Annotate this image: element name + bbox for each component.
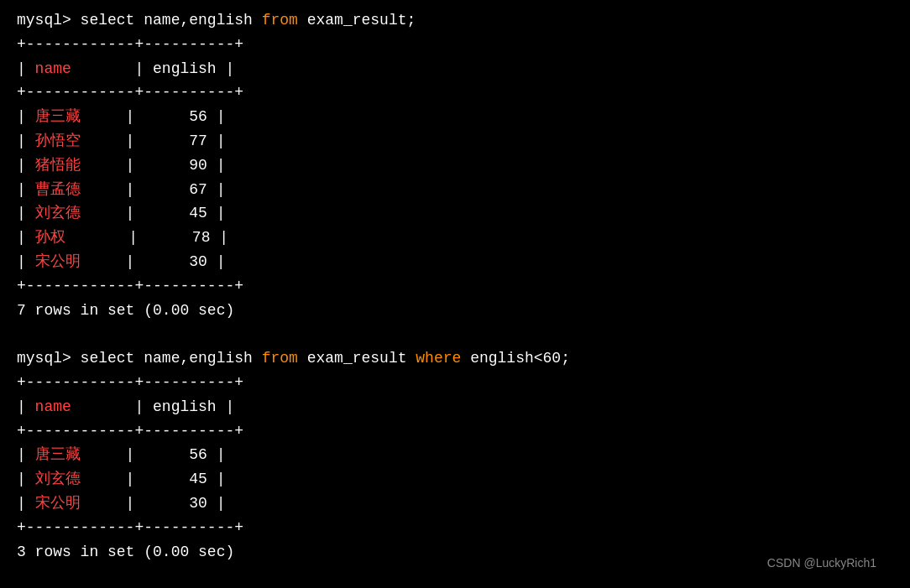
border-mid-2: +------------+----------+ [17, 423, 243, 440]
query1-end: exam_result; [298, 12, 416, 29]
header-2: | [17, 398, 35, 415]
border-top-1: +------------+----------+ [17, 36, 243, 53]
row-1-3-end: | 90 | [81, 157, 226, 174]
row-1-2-end: | 77 | [81, 133, 226, 149]
row-1-4: | [17, 181, 35, 198]
border-bot-2: +------------+----------+ [17, 519, 243, 536]
prompt1: mysql> select name,english [17, 12, 262, 29]
chinese-1-6: 孙权 [35, 229, 65, 246]
row-2-1-end: | 56 | [81, 446, 226, 463]
chinese-1-1: 唐三藏 [35, 108, 81, 125]
col-name-1: name [35, 60, 71, 77]
from-keyword-1: from [262, 12, 298, 29]
row-1-1-end: | 56 | [81, 108, 226, 125]
col-name-2: name [35, 398, 71, 415]
where-keyword-2: where [416, 350, 461, 367]
chinese-2-3: 宋公明 [35, 495, 81, 512]
header-mid-1: | english | [71, 60, 234, 77]
header-1: | [17, 60, 35, 77]
border-bot-1: +------------+----------+ [17, 278, 243, 294]
row-2-1: | [17, 446, 35, 463]
row-2-2-end: | 45 | [81, 471, 226, 487]
query2-end: english<60; [461, 350, 570, 367]
row-1-6: | [17, 229, 35, 246]
row-2-3: | [17, 495, 35, 512]
chinese-1-2: 孙悟空 [35, 133, 81, 149]
border-mid-1: +------------+----------+ [17, 84, 243, 101]
watermark: CSDN @LuckyRich1 [767, 556, 876, 570]
chinese-1-3: 猪悟能 [35, 157, 81, 174]
row-1-4-end: | 67 | [81, 181, 226, 198]
from-keyword-2: from [262, 350, 298, 367]
row-1-6-end: | 78 | [65, 229, 228, 246]
border-top-2: +------------+----------+ [17, 374, 243, 391]
result-info-1: 7 rows in set (0.00 sec) [17, 302, 234, 319]
terminal-content: mysql> select name,english from exam_res… [17, 8, 893, 564]
row-1-7: | [17, 253, 35, 270]
chinese-1-5: 刘玄德 [35, 205, 81, 221]
row-1-5: | [17, 205, 35, 221]
row-2-3-end: | 30 | [81, 495, 226, 512]
row-1-2: | [17, 133, 35, 149]
row-1-1: | [17, 108, 35, 125]
header-mid-2: | english | [71, 398, 234, 415]
prompt2: mysql> select name,english [17, 350, 262, 367]
chinese-1-4: 曹孟德 [35, 181, 81, 198]
row-2-2: | [17, 471, 35, 487]
terminal-window: mysql> select name,english from exam_res… [17, 8, 893, 580]
row-1-3: | [17, 157, 35, 174]
row-1-5-end: | 45 | [81, 205, 226, 221]
result-info-2: 3 rows in set (0.00 sec) [17, 544, 234, 560]
chinese-2-1: 唐三藏 [35, 446, 81, 463]
row-1-7-end: | 30 | [81, 253, 226, 270]
query2-mid: exam_result [298, 350, 416, 367]
chinese-2-2: 刘玄德 [35, 471, 81, 487]
chinese-1-7: 宋公明 [35, 253, 81, 270]
